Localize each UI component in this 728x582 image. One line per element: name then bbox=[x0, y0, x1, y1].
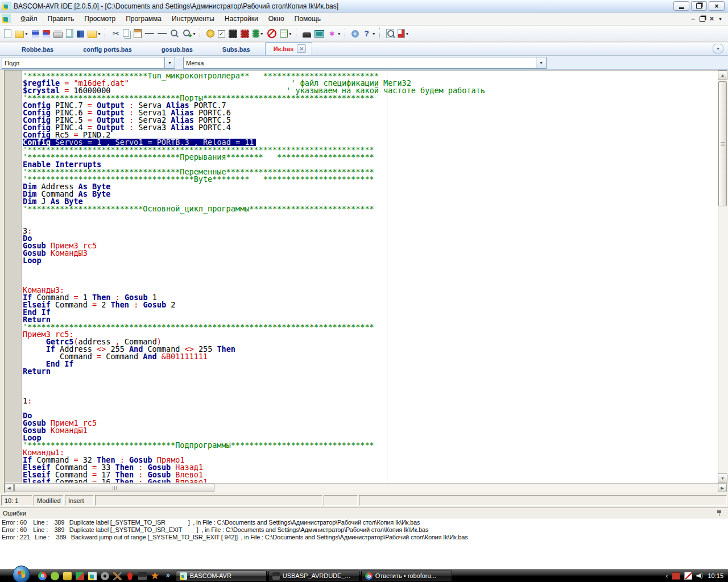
error-row[interactable]: Error : 60 Line : 389 Duplicate label [_… bbox=[0, 526, 728, 534]
simulate-icon[interactable]: ▼ bbox=[251, 27, 266, 40]
cut-icon[interactable]: ✂ bbox=[110, 27, 122, 40]
dropdown-caret-icon[interactable]: ▼ bbox=[97, 32, 101, 36]
mdi-close-button[interactable]: × bbox=[710, 15, 714, 23]
taskbar-button-label: BASCOM-AVR bbox=[190, 572, 231, 579]
tools-app-icon[interactable] bbox=[113, 572, 122, 580]
lcd-designer-icon[interactable] bbox=[313, 27, 326, 40]
tray-red-app-icon[interactable] bbox=[672, 572, 680, 580]
code-line: 1: bbox=[23, 397, 485, 405]
taskbar-button-USBASP_AVRDUDE_...[interactable]: USBASP_AVRDUDE_... bbox=[268, 571, 359, 581]
volume-icon[interactable] bbox=[696, 572, 704, 579]
tab-list-button[interactable]: ▼ bbox=[713, 44, 723, 53]
mdi-restore-button[interactable] bbox=[700, 16, 705, 22]
chevron-down-icon[interactable]: ▼ bbox=[536, 57, 546, 68]
taskbar-button-Ответить • roboforu...[interactable]: Ответить • roboforu... bbox=[361, 571, 452, 581]
close-button[interactable]: × bbox=[709, 1, 725, 11]
menu-item-Программа[interactable]: Программа bbox=[121, 14, 167, 24]
find-in-files-icon[interactable] bbox=[384, 27, 396, 40]
find-next-icon[interactable]: +▼ bbox=[181, 27, 198, 40]
mdi-menu-caret-icon[interactable]: ▼ bbox=[718, 17, 722, 21]
key-app-icon[interactable] bbox=[138, 572, 147, 580]
menu-item-Окно[interactable]: Окно bbox=[263, 14, 289, 24]
report-icon[interactable]: ▼ bbox=[278, 27, 294, 40]
no-hardware-icon[interactable] bbox=[266, 27, 278, 40]
scroll-up-button[interactable]: ▲ bbox=[718, 70, 727, 80]
pdf-icon[interactable]: ▼ bbox=[396, 27, 411, 40]
save-icon[interactable] bbox=[30, 27, 41, 40]
tab-gosub.bas[interactable]: gosub.bas bbox=[147, 44, 208, 55]
tab-Subs.bas[interactable]: Subs.bas bbox=[208, 44, 265, 55]
toolbar-separator bbox=[296, 28, 299, 39]
utorrent-icon[interactable] bbox=[51, 572, 59, 580]
maximize-icon bbox=[696, 3, 702, 9]
menu-item-Помощь[interactable]: Помощь bbox=[289, 14, 326, 24]
flame-app-icon[interactable] bbox=[126, 572, 134, 580]
error-row[interactable]: Error : 60 Line : 389 Duplicate label [_… bbox=[0, 519, 728, 526]
program-chip-icon[interactable] bbox=[239, 27, 251, 40]
tab-Ик.bas[interactable]: Ик.bas✕ bbox=[265, 42, 312, 55]
help-book-icon[interactable] bbox=[75, 27, 86, 40]
scroll-left-button[interactable]: ◀ bbox=[5, 484, 14, 492]
title-bar[interactable]: BASCOM-AVR IDE [2.0.5.0] - [C:\Documents… bbox=[0, 0, 728, 13]
start-button[interactable] bbox=[13, 566, 30, 582]
new-file-icon[interactable] bbox=[2, 27, 13, 40]
menu-item-Файл[interactable]: Файл bbox=[15, 14, 43, 24]
print-preview-icon[interactable] bbox=[64, 27, 75, 40]
dropdown-caret-icon[interactable]: ▼ bbox=[192, 32, 196, 36]
chevron-down-icon[interactable]: ▼ bbox=[164, 57, 175, 68]
vertical-scrollbar-thumb[interactable] bbox=[718, 81, 727, 206]
gear-app-icon[interactable] bbox=[101, 572, 109, 580]
error-list[interactable]: Error : 60 Line : 389 Duplicate label [_… bbox=[0, 519, 728, 569]
save-all-icon[interactable] bbox=[41, 27, 52, 40]
graphic-converter-icon[interactable]: ✶▼ bbox=[326, 27, 343, 40]
copy-icon[interactable] bbox=[122, 27, 132, 40]
about-icon[interactable]: i bbox=[350, 27, 361, 40]
dropdown-caret-icon[interactable]: ▼ bbox=[372, 32, 376, 36]
find-icon[interactable] bbox=[168, 27, 181, 40]
menu-item-Просмотр[interactable]: Просмотр bbox=[79, 14, 121, 24]
menu-item-Править[interactable]: Править bbox=[43, 14, 80, 24]
compile-icon[interactable] bbox=[227, 27, 239, 40]
error-row[interactable]: Error : 221 Line : 389 Backward jump out… bbox=[0, 534, 728, 541]
syntax-check-icon[interactable] bbox=[205, 27, 216, 40]
code-editor[interactable]: '**************************Tun_микроконт… bbox=[22, 70, 718, 483]
dropdown-caret-icon[interactable]: ▼ bbox=[260, 32, 264, 36]
color-squares-app-icon[interactable] bbox=[76, 572, 84, 580]
quick-launch-overflow-chevron[interactable]: » bbox=[166, 571, 170, 579]
print-icon[interactable] bbox=[52, 27, 64, 40]
pin-icon[interactable] bbox=[717, 510, 722, 516]
shield-app-icon[interactable] bbox=[63, 572, 72, 580]
dropdown-caret-icon[interactable]: ▼ bbox=[337, 32, 341, 36]
maximize-button[interactable] bbox=[691, 1, 707, 11]
bascom-avr-icon[interactable] bbox=[88, 572, 97, 580]
unindent-icon[interactable] bbox=[156, 27, 168, 40]
code-line bbox=[23, 264, 485, 272]
recent-files-icon[interactable]: ▼ bbox=[86, 27, 103, 40]
menu-item-Настройки[interactable]: Настройки bbox=[220, 14, 263, 24]
horizontal-scrollbar-thumb[interactable] bbox=[14, 484, 214, 492]
chrome-icon[interactable] bbox=[38, 572, 47, 580]
dropdown-caret-icon[interactable]: ▼ bbox=[24, 32, 28, 36]
tab-Robbe.bas[interactable]: Robbe.bas bbox=[7, 44, 68, 55]
open-file-icon[interactable]: ▼ bbox=[13, 27, 30, 40]
scroll-down-button[interactable]: ▼ bbox=[718, 473, 727, 483]
programmer-icon[interactable] bbox=[301, 27, 313, 40]
scroll-right-button[interactable]: ▶ bbox=[718, 484, 727, 492]
tray-antivirus-icon[interactable] bbox=[684, 572, 692, 580]
paste-icon[interactable] bbox=[132, 27, 143, 40]
label-combobox[interactable]: Метка ▼ bbox=[183, 57, 547, 69]
dropdown-caret-icon[interactable]: ▼ bbox=[288, 32, 292, 36]
sub-combobox[interactable]: Подп ▼ bbox=[2, 57, 175, 69]
tray-expand-chevron[interactable]: ‹ bbox=[666, 572, 668, 579]
mdi-minimize-button[interactable]: – bbox=[691, 15, 695, 23]
burst-app-icon[interactable] bbox=[151, 572, 159, 580]
dropdown-caret-icon[interactable]: ▼ bbox=[406, 32, 410, 36]
help-icon[interactable]: ?▼ bbox=[361, 27, 378, 40]
tab-close-icon[interactable]: ✕ bbox=[297, 44, 306, 53]
taskbar-button-BASCOM-AVR[interactable]: BASCOM-AVR bbox=[176, 571, 267, 581]
minimize-button[interactable] bbox=[673, 1, 689, 11]
indent-icon[interactable] bbox=[143, 27, 156, 40]
show-result-icon[interactable]: ✓ bbox=[216, 27, 227, 40]
tab-config ports.bas[interactable]: config ports.bas bbox=[68, 44, 147, 55]
menu-item-Инструменты[interactable]: Инструменты bbox=[167, 14, 220, 24]
